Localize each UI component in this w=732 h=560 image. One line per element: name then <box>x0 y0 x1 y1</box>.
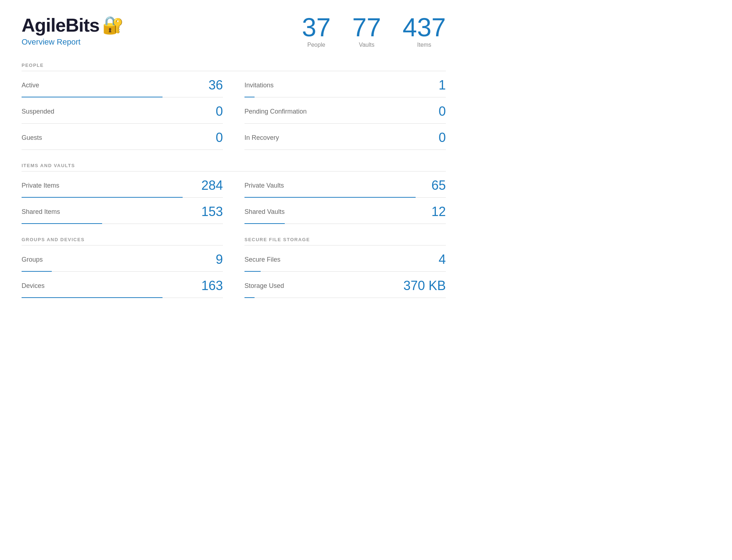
stat-item: 37 People <box>302 14 331 48</box>
stat-item: 437 Items <box>403 14 446 48</box>
metric-value: 65 <box>431 178 446 193</box>
stat-label: Vaults <box>359 42 374 48</box>
stat-number: 437 <box>403 14 446 40</box>
stat-label: People <box>307 42 325 48</box>
people-left: Active 36 Suspended 0 Guests 0 <box>22 71 223 150</box>
metric-label: Invitations <box>244 82 274 89</box>
logo-title: AgileBits 🔐 <box>22 14 124 36</box>
items-vaults-grid: Private Items 284 Shared Items 153 Priva… <box>22 171 446 224</box>
lock-icon: 🔐 <box>102 15 124 35</box>
metric-row: Groups 9 <box>22 245 223 272</box>
metric-value: 0 <box>216 130 223 145</box>
metric-row: Devices 163 <box>22 272 223 298</box>
metric-row: Private Vaults 65 <box>244 171 446 198</box>
metric-row: Secure Files 4 <box>244 245 446 272</box>
metric-value: 370 KB <box>403 278 446 293</box>
metric-row: Invitations 1 <box>244 71 446 97</box>
metric-label: Groups <box>22 256 43 263</box>
bottom-sections: GROUPS AND DEVICES Groups 9 Devices 163 … <box>22 237 446 311</box>
stat-label: Items <box>417 42 431 48</box>
secure-storage-col: Secure Files 4 Storage Used 370 KB <box>244 245 446 298</box>
metric-value: 4 <box>439 252 446 267</box>
groups-devices-title: GROUPS AND DEVICES <box>22 237 223 245</box>
metric-label: Private Vaults <box>244 182 284 189</box>
metric-label: Pending Confirmation <box>244 108 307 115</box>
metric-value: 163 <box>201 278 223 293</box>
stat-number: 77 <box>352 14 381 40</box>
people-right: Invitations 1 Pending Confirmation 0 In … <box>244 71 446 150</box>
overview-label: Overview Report <box>22 37 124 47</box>
metric-label: Secure Files <box>244 256 280 263</box>
metric-label: Guests <box>22 134 42 142</box>
items-vaults-section: ITEMS AND VAULTS Private Items 284 Share… <box>22 163 446 224</box>
metric-value: 12 <box>431 204 446 219</box>
metric-row: In Recovery 0 <box>244 124 446 150</box>
metric-label: Shared Items <box>22 208 60 216</box>
metric-row: Active 36 <box>22 71 223 97</box>
metric-label: Shared Vaults <box>244 208 285 216</box>
people-section-title: PEOPLE <box>22 63 446 71</box>
metric-value: 284 <box>201 178 223 193</box>
summary-stats: 37 People 77 Vaults 437 Items <box>302 14 446 48</box>
metric-value: 9 <box>216 252 223 267</box>
metric-row: Shared Vaults 12 <box>244 198 446 224</box>
metric-value: 0 <box>439 104 446 119</box>
metric-row: Private Items 284 <box>22 171 223 198</box>
logo-section: AgileBits 🔐 Overview Report <box>22 14 124 47</box>
secure-storage-title: SECURE FILE STORAGE <box>244 237 446 245</box>
people-grid: Active 36 Suspended 0 Guests 0 Invitatio… <box>22 71 446 150</box>
stat-number: 37 <box>302 14 331 40</box>
items-vaults-left: Private Items 284 Shared Items 153 <box>22 171 223 224</box>
metric-label: Suspended <box>22 108 54 115</box>
groups-devices-section: GROUPS AND DEVICES Groups 9 Devices 163 <box>22 237 223 298</box>
metric-value: 0 <box>439 130 446 145</box>
metric-label: Private Items <box>22 182 59 189</box>
metric-label: Active <box>22 82 39 89</box>
metric-row: Suspended 0 <box>22 97 223 124</box>
groups-devices-col: Groups 9 Devices 163 <box>22 245 223 298</box>
metric-row: Pending Confirmation 0 <box>244 97 446 124</box>
metric-value: 0 <box>216 104 223 119</box>
metric-row: Storage Used 370 KB <box>244 272 446 298</box>
metric-row: Guests 0 <box>22 124 223 150</box>
metric-label: Storage Used <box>244 282 284 290</box>
items-vaults-right: Private Vaults 65 Shared Vaults 12 <box>244 171 446 224</box>
metric-value: 36 <box>209 78 223 93</box>
stat-item: 77 Vaults <box>352 14 381 48</box>
metric-value: 1 <box>439 78 446 93</box>
metric-label: In Recovery <box>244 134 279 142</box>
page-header: AgileBits 🔐 Overview Report 37 People 77… <box>22 14 446 48</box>
items-vaults-title: ITEMS AND VAULTS <box>22 163 446 171</box>
logo-text: AgileBits <box>22 14 99 36</box>
metric-value: 153 <box>201 204 223 219</box>
metric-label: Devices <box>22 282 45 290</box>
secure-storage-section: SECURE FILE STORAGE Secure Files 4 Stora… <box>244 237 446 298</box>
metric-row: Shared Items 153 <box>22 198 223 224</box>
people-section: PEOPLE Active 36 Suspended 0 Guests 0 In… <box>22 63 446 150</box>
